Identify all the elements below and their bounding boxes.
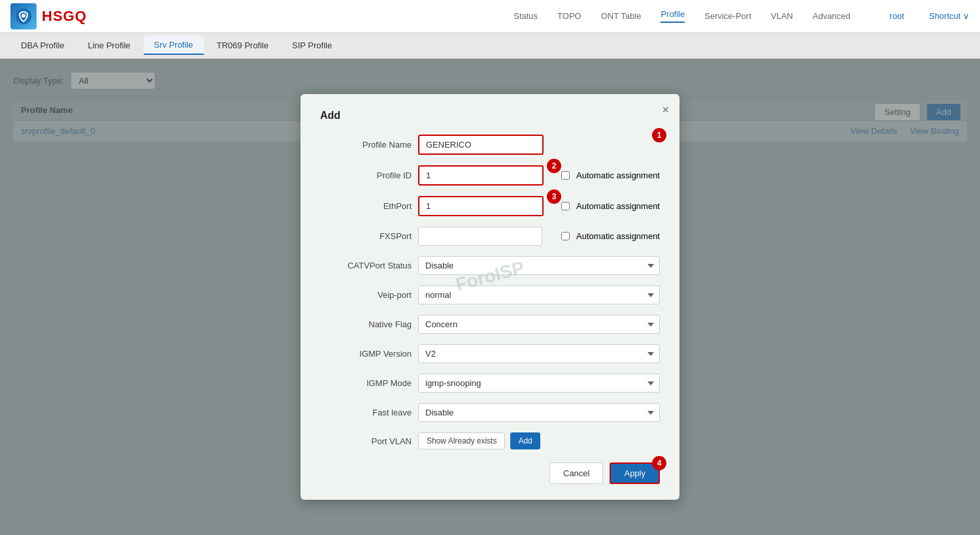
form-row-port-vlan: Port VLAN Show Already exists Add (320, 432, 660, 449)
top-navigation: HSGQ Status TOPO ONT Table Profile Servi… (0, 0, 980, 33)
tab-srv-profile[interactable]: Srv Profile (144, 36, 204, 55)
step-badge-2: 2 (547, 159, 561, 173)
logo-area: HSGQ (10, 3, 87, 29)
form-row-catv: CATVPort Status Disable Enable (320, 256, 660, 275)
native-flag-select[interactable]: Concern Other (418, 315, 660, 334)
logo-icon (10, 3, 37, 29)
sub-navigation: DBA Profile Line Profile Srv Profile TR0… (0, 33, 980, 59)
tab-dba-profile[interactable]: DBA Profile (10, 37, 74, 54)
fxsport-auto-assign: Automatic assignment (561, 231, 660, 241)
profile-name-label: Profile Name (320, 140, 412, 150)
nav-ont-table[interactable]: ONT Table (601, 11, 642, 21)
profile-id-input[interactable] (418, 165, 544, 186)
fxsport-input[interactable] (418, 227, 542, 246)
fxsport-auto-checkbox[interactable] (561, 232, 570, 240)
profile-id-auto-checkbox[interactable] (561, 171, 570, 180)
form-row-fxsport: FXSPort Automatic assignment (320, 227, 660, 246)
igmp-mode-label: IGMP Mode (320, 378, 412, 388)
ethport-auto-assign: Automatic assignment (561, 201, 660, 211)
logo-text: HSGQ (42, 8, 87, 25)
ethport-input[interactable] (418, 196, 544, 216)
fxsport-wrapper (418, 227, 555, 246)
step-badge-4: 4 (652, 456, 666, 470)
form-row-igmp-version: IGMP Version V2 V3 (320, 344, 660, 363)
catv-select[interactable]: Disable Enable (418, 256, 660, 275)
form-row-igmp-mode: IGMP Mode igmp-snooping igmp-proxy (320, 374, 660, 393)
form-row-veip: Veip-port normal other (320, 285, 660, 304)
profile-id-auto-label: Automatic assignment (576, 170, 660, 180)
form-row-profile-id: Profile ID 2 Automatic assignment (320, 165, 660, 186)
fxsport-auto-label: Automatic assignment (576, 231, 660, 241)
modal-title: Add (320, 110, 660, 122)
main-content: Display Type: All Profile Name Prof srvp… (0, 59, 980, 535)
ethport-auto-checkbox[interactable] (561, 202, 570, 210)
modal-footer: Cancel Apply 4 (320, 462, 660, 484)
nav-vlan[interactable]: VLAN (771, 11, 793, 21)
add-modal: Add × ForoISP Profile Name 1 Profile ID … (301, 94, 679, 500)
veip-label: Veip-port (320, 290, 412, 300)
fast-leave-label: Fast leave (320, 408, 412, 417)
modal-overlay: Add × ForoISP Profile Name 1 Profile ID … (0, 59, 980, 535)
cancel-button[interactable]: Cancel (549, 462, 603, 484)
form-row-ethport: EthPort 3 Automatic assignment (320, 196, 660, 216)
ethport-label: EthPort (320, 201, 412, 211)
tab-line-profile[interactable]: Line Profile (77, 37, 140, 54)
port-vlan-label: Port VLAN (320, 436, 412, 446)
tab-tr069-profile[interactable]: TR069 Profile (206, 37, 279, 54)
igmp-version-label: IGMP Version (320, 349, 412, 359)
modal-close-button[interactable]: × (662, 103, 669, 117)
port-vlan-buttons: Show Already exists Add (418, 432, 540, 449)
fast-leave-select[interactable]: Disable Enable (418, 403, 660, 422)
profile-id-label: Profile ID (320, 170, 412, 180)
nav-profile[interactable]: Profile (661, 9, 685, 23)
profile-id-auto-assign: Automatic assignment (561, 170, 660, 180)
ethport-auto-label: Automatic assignment (576, 201, 660, 211)
nav-advanced[interactable]: Advanced (813, 11, 851, 21)
tab-sip-profile[interactable]: SIP Profile (282, 37, 342, 54)
profile-name-wrapper: 1 (418, 135, 660, 155)
step-badge-1: 1 (652, 128, 666, 142)
nav-links: Status TOPO ONT Table Profile Service-Po… (514, 9, 970, 23)
step-badge-3: 3 (547, 189, 561, 204)
form-row-fast-leave: Fast leave Disable Enable (320, 403, 660, 422)
show-already-button[interactable]: Show Already exists (418, 432, 505, 449)
nav-shortcut[interactable]: Shortcut ∨ (929, 11, 970, 21)
add-vlan-button[interactable]: Add (510, 432, 540, 449)
fxsport-label: FXSPort (320, 231, 412, 241)
form-row-profile-name: Profile Name 1 (320, 135, 660, 155)
nav-status[interactable]: Status (514, 11, 538, 21)
igmp-mode-select[interactable]: igmp-snooping igmp-proxy (418, 374, 660, 393)
profile-name-input[interactable] (418, 135, 544, 155)
catv-label: CATVPort Status (320, 261, 412, 270)
apply-wrapper: Apply 4 (610, 462, 660, 484)
igmp-version-select[interactable]: V2 V3 (418, 344, 660, 363)
native-flag-label: Native Flag (320, 319, 412, 329)
nav-user[interactable]: root (890, 11, 904, 21)
profile-id-wrapper: 2 (418, 165, 555, 186)
svg-point-1 (22, 14, 25, 18)
veip-select[interactable]: normal other (418, 285, 660, 304)
ethport-wrapper: 3 (418, 196, 555, 216)
form-row-native-flag: Native Flag Concern Other (320, 315, 660, 334)
nav-service-port[interactable]: Service-Port (704, 11, 751, 21)
nav-topo[interactable]: TOPO (557, 11, 581, 21)
